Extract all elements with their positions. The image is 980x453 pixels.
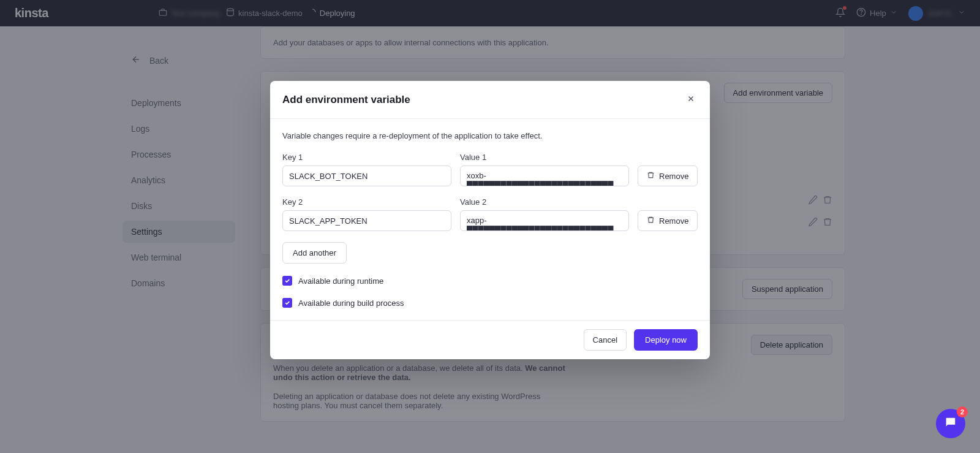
chat-widget[interactable]: 2 <box>936 409 965 438</box>
close-button[interactable] <box>684 92 698 107</box>
key-1-input[interactable] <box>282 166 451 186</box>
deploy-now-button[interactable]: Deploy now <box>634 329 698 351</box>
remove-button-2[interactable]: Remove <box>638 210 698 231</box>
value-2-input[interactable] <box>460 210 629 231</box>
modal-header: Add environment variable <box>270 81 710 119</box>
key-2-input[interactable] <box>282 210 451 231</box>
available-runtime-checkbox[interactable]: Available during runtime <box>282 276 698 286</box>
cancel-button[interactable]: Cancel <box>584 329 627 351</box>
value-1-label: Value 1 <box>460 153 629 162</box>
remove-label: Remove <box>659 216 688 226</box>
close-icon <box>687 96 695 105</box>
available-runtime-label: Available during runtime <box>298 276 383 286</box>
modal-hint: Variable changes require a re-deployment… <box>282 131 698 140</box>
checkbox-checked-icon <box>282 276 292 286</box>
modal-footer: Cancel Deploy now <box>270 320 710 359</box>
chat-badge: 2 <box>957 406 968 417</box>
add-env-variable-modal: Add environment variable Variable change… <box>270 81 710 359</box>
remove-label: Remove <box>659 172 688 181</box>
env-row-1: Key 1 Value 1 <span class="redacted"></s… <box>282 153 698 186</box>
value-2-field: Value 2 <box>460 197 629 231</box>
available-build-label: Available during build process <box>298 299 404 308</box>
value-2-label: Value 2 <box>460 197 629 207</box>
value-1-field: Value 1 <span class="redacted"></span> <box>460 153 629 186</box>
trash-icon <box>647 216 655 226</box>
remove-button-1[interactable]: Remove <box>638 166 698 186</box>
chat-icon <box>944 416 957 432</box>
available-build-checkbox[interactable]: Available during build process <box>282 298 698 308</box>
key-2-field: Key 2 <box>282 197 451 231</box>
modal-body: Variable changes require a re-deployment… <box>270 119 710 320</box>
key-1-label: Key 1 <box>282 153 451 162</box>
env-row-2: Key 2 Value 2 Remove <box>282 197 698 231</box>
checkbox-checked-icon <box>282 298 292 308</box>
add-another-button[interactable]: Add another <box>282 242 347 264</box>
value-1-input[interactable]: <span class="redacted"></span> <box>460 166 629 186</box>
modal-title: Add environment variable <box>282 94 410 106</box>
trash-icon <box>647 171 655 181</box>
key-2-label: Key 2 <box>282 197 451 207</box>
key-1-field: Key 1 <box>282 153 451 186</box>
modal-overlay[interactable]: Add environment variable Variable change… <box>0 0 980 453</box>
